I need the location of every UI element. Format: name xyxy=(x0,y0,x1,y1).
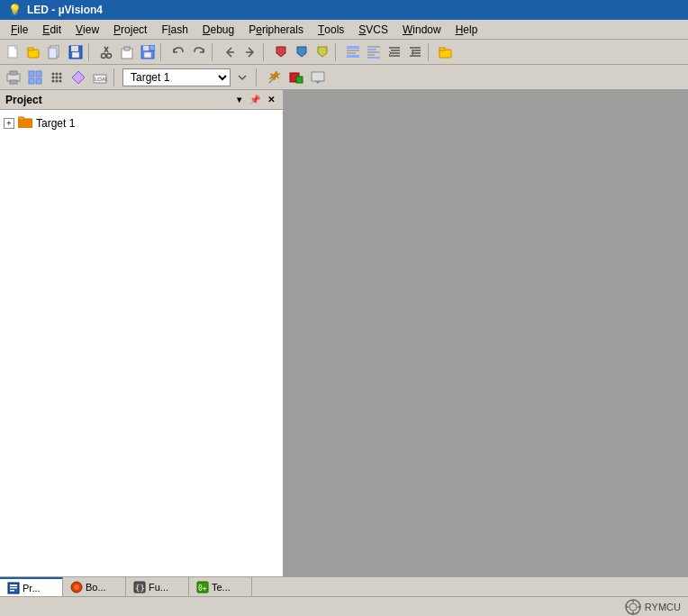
svg-point-51 xyxy=(59,72,62,75)
tab-templates[interactable]: 0+ Te... xyxy=(189,577,252,596)
svg-rect-24 xyxy=(347,50,359,51)
bookmark2-button[interactable] xyxy=(292,42,312,62)
unindent-button[interactable] xyxy=(405,42,425,62)
open-folder-button[interactable] xyxy=(436,42,456,62)
svg-rect-30 xyxy=(367,54,375,56)
svg-point-52 xyxy=(52,76,55,78)
tab-project[interactable]: Pr... xyxy=(0,577,63,596)
project-panel-header: Project ▾ 📌 ✕ xyxy=(0,90,283,110)
build-button[interactable] xyxy=(286,68,306,87)
diamond-button[interactable] xyxy=(68,68,88,87)
svg-text:LOAD: LOAD xyxy=(95,77,107,82)
tab-books[interactable]: Bo... xyxy=(63,577,126,596)
svg-point-57 xyxy=(59,79,62,82)
redo-button[interactable] xyxy=(189,42,209,62)
books-tab-icon xyxy=(70,581,83,593)
copy-button[interactable] xyxy=(45,42,65,62)
project-tab-icon xyxy=(7,582,20,594)
indent-button[interactable] xyxy=(385,42,404,62)
tab-functions[interactable]: {} Fu... xyxy=(126,577,189,596)
menu-peripherals[interactable]: Peripherals xyxy=(241,20,311,39)
templates-tab-icon: 0+ xyxy=(196,581,209,593)
cut-button[interactable] xyxy=(96,42,116,62)
svg-point-56 xyxy=(56,79,59,82)
rymcu-label: RYMCU xyxy=(645,602,681,612)
menu-flash[interactable]: Flash xyxy=(154,20,195,39)
menu-view[interactable]: View xyxy=(68,20,106,39)
undo-button[interactable] xyxy=(168,42,188,62)
svg-point-55 xyxy=(52,79,55,82)
sep8 xyxy=(256,68,261,86)
tab-books-label: Bo... xyxy=(86,582,106,593)
tab-templates-label: Te... xyxy=(212,582,231,593)
paste-button[interactable] xyxy=(117,42,137,62)
svg-point-10 xyxy=(102,53,106,58)
svg-rect-48 xyxy=(36,78,41,84)
grid-button[interactable] xyxy=(25,68,45,87)
replace-button[interactable] xyxy=(364,42,384,62)
bottom-tabs: Pr... Bo... {} Fu... 0+ Te... xyxy=(0,576,688,596)
toolbar-secondary: LOAD Target 1 xyxy=(0,65,688,90)
menu-project[interactable]: Project xyxy=(106,20,154,39)
load-button[interactable]: LOAD xyxy=(90,68,110,87)
bookmark3-button[interactable] xyxy=(312,42,332,62)
menu-svcs[interactable]: SVCS xyxy=(351,20,395,39)
saveas-button[interactable] xyxy=(138,42,158,62)
menu-file[interactable]: File xyxy=(4,20,35,39)
download-button[interactable] xyxy=(308,68,328,87)
svg-rect-41 xyxy=(439,48,445,50)
panel-pin-button[interactable]: 📌 xyxy=(249,94,261,106)
dotted-button[interactable] xyxy=(47,68,67,87)
forward-button[interactable] xyxy=(240,42,260,62)
save-button[interactable] xyxy=(66,42,86,62)
menu-edit[interactable]: Edit xyxy=(35,20,68,39)
new-file-button[interactable] xyxy=(4,42,23,62)
panel-close-button[interactable]: ✕ xyxy=(265,94,277,106)
svg-rect-2 xyxy=(28,48,33,50)
svg-rect-75 xyxy=(10,587,17,589)
tree-expand-icon[interactable]: + xyxy=(4,118,14,129)
svg-marker-58 xyxy=(72,71,85,84)
open-file-button[interactable] xyxy=(24,42,44,62)
svg-rect-27 xyxy=(367,46,380,48)
sep1 xyxy=(88,43,94,61)
window-title: LED - µVision4 xyxy=(27,4,103,16)
svg-marker-22 xyxy=(318,47,327,57)
target-folder-icon xyxy=(18,115,32,131)
svg-point-50 xyxy=(56,72,59,75)
magic-wand-button[interactable] xyxy=(265,68,285,87)
svg-point-54 xyxy=(59,76,62,78)
menu-window[interactable]: Window xyxy=(395,20,448,39)
component-button[interactable] xyxy=(4,68,23,87)
svg-rect-74 xyxy=(10,584,17,586)
sep5 xyxy=(335,43,340,61)
main-area: Project ▾ 📌 ✕ + xyxy=(0,90,688,576)
svg-rect-46 xyxy=(36,71,41,77)
title-bar: 💡 LED - µVision4 xyxy=(0,0,688,20)
svg-rect-17 xyxy=(149,45,155,50)
menu-tools[interactable]: Tools xyxy=(311,20,351,39)
sep6 xyxy=(428,43,433,61)
find-button[interactable] xyxy=(343,42,363,62)
svg-rect-28 xyxy=(367,49,376,50)
tree-item-label: Target 1 xyxy=(36,117,75,130)
back-button[interactable] xyxy=(220,42,240,62)
panel-dropdown-button[interactable]: ▾ xyxy=(232,94,245,106)
svg-marker-20 xyxy=(276,47,285,57)
functions-tab-icon: {} xyxy=(133,581,146,593)
toolbar-main xyxy=(0,40,688,65)
menu-help[interactable]: Help xyxy=(448,20,485,39)
target-dropdown-button[interactable] xyxy=(232,68,252,87)
tree-item-target1[interactable]: + Target 1 xyxy=(4,113,279,132)
status-logo: RYMCU xyxy=(625,599,681,615)
svg-rect-76 xyxy=(10,590,14,592)
svg-rect-7 xyxy=(72,52,79,58)
tab-project-label: Pr... xyxy=(23,583,41,593)
svg-rect-45 xyxy=(29,71,34,77)
menu-debug[interactable]: Debug xyxy=(195,20,241,39)
bookmark1-button[interactable] xyxy=(271,42,291,62)
svg-text:0+: 0+ xyxy=(198,584,207,593)
svg-rect-68 xyxy=(18,117,24,120)
target-selector[interactable]: Target 1 xyxy=(122,68,231,86)
svg-rect-6 xyxy=(71,46,78,51)
